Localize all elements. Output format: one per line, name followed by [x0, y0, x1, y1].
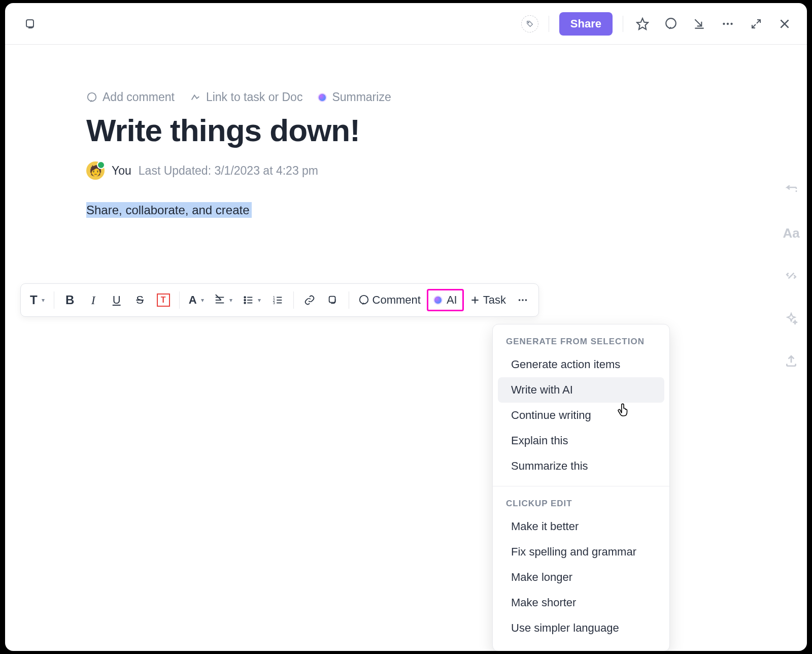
svg-point-28 [519, 299, 521, 301]
dropdown-item[interactable]: Use simpler language [498, 615, 664, 641]
link-task-action[interactable]: Link to task or Doc [190, 90, 302, 104]
svg-rect-24 [329, 297, 335, 303]
dropdown-item[interactable]: Explain this [498, 428, 664, 453]
link-task-label: Link to task or Doc [206, 90, 302, 104]
svg-point-3 [666, 18, 676, 28]
document-window: Share [5, 3, 807, 651]
subtask-icon[interactable] [21, 15, 40, 33]
toolbar-more-icon[interactable] [512, 288, 533, 312]
bold-button[interactable]: B [59, 288, 81, 312]
align-dropdown[interactable]: ▾ [210, 288, 236, 312]
dropdown-item[interactable]: Generate action items [498, 352, 664, 377]
svg-point-14 [244, 300, 246, 301]
author-row: 🧑 You Last Updated: 3/1/2023 at 4:23 pm [86, 161, 543, 180]
svg-marker-2 [637, 18, 648, 29]
tag-icon[interactable] [521, 15, 538, 32]
divider [349, 291, 349, 309]
summarize-label: Summarize [332, 90, 391, 104]
indent-icon[interactable] [783, 182, 800, 199]
summarize-action[interactable]: Summarize [318, 90, 391, 104]
numbered-list-button[interactable]: 123 [267, 288, 288, 312]
link-button[interactable] [299, 288, 320, 312]
document-content[interactable]: Share, collaborate, and create [86, 203, 543, 217]
content-area: Add comment Link to task or Doc Summariz… [5, 45, 543, 217]
divider [549, 16, 549, 32]
font-color-dropdown[interactable]: A▾ [185, 288, 208, 312]
upload-icon[interactable] [783, 352, 800, 370]
svg-point-12 [244, 297, 246, 298]
comment-bubble-icon[interactable] [662, 15, 680, 33]
task-button[interactable]: Task [466, 288, 510, 312]
divider [493, 486, 669, 486]
divider [54, 291, 54, 309]
ai-dot-icon [318, 93, 327, 102]
ai-dropdown-menu: GENERATE FROM SELECTION Generate action … [492, 324, 670, 651]
subtask-button[interactable] [322, 288, 344, 312]
right-rail: Aa [783, 182, 800, 370]
add-comment-label: Add comment [103, 90, 175, 104]
document-body: Add comment Link to task or Doc Summariz… [5, 45, 807, 651]
dropdown-item[interactable]: Fix spelling and grammar [498, 539, 664, 565]
share-button[interactable]: Share [559, 12, 613, 36]
add-comment-action[interactable]: Add comment [86, 90, 175, 104]
typography-icon[interactable]: Aa [783, 224, 800, 242]
swap-icon[interactable] [783, 267, 800, 284]
divider [623, 16, 623, 32]
sparkle-icon[interactable] [783, 310, 800, 327]
star-icon[interactable] [633, 15, 652, 33]
text-style-dropdown[interactable]: T▾ [26, 288, 49, 312]
dropdown-item[interactable]: Make longer [498, 565, 664, 590]
divider [179, 291, 180, 309]
formatting-toolbar: T▾ B I U S T A▾ ▾ ▾ 123 [20, 283, 539, 317]
doc-actions-row: Add comment Link to task or Doc Summariz… [86, 90, 543, 104]
svg-point-16 [244, 302, 246, 304]
bullet-list-dropdown[interactable]: ▾ [239, 288, 265, 312]
ai-dot-icon [433, 296, 443, 305]
underline-button[interactable]: U [106, 288, 127, 312]
comment-button[interactable]: Comment [354, 288, 425, 312]
expand-icon[interactable] [747, 15, 765, 33]
page-title[interactable]: Write things down! [86, 112, 543, 148]
header-bar: Share [5, 3, 807, 45]
download-icon[interactable] [690, 15, 708, 33]
selected-text: Share, collaborate, and create [86, 202, 252, 218]
svg-point-7 [88, 92, 96, 101]
dropdown-item[interactable]: Summarize this [498, 453, 664, 479]
highlight-color-button[interactable]: T [153, 288, 174, 312]
last-updated-label: Last Updated: 3/1/2023 at 4:23 pm [139, 164, 318, 178]
dropdown-item[interactable]: Make it better [498, 514, 664, 539]
italic-button[interactable]: I [83, 288, 104, 312]
more-menu-icon[interactable] [719, 15, 737, 33]
ai-button[interactable]: AI [427, 289, 464, 311]
close-icon[interactable] [775, 15, 794, 33]
svg-point-29 [522, 299, 524, 301]
dropdown-item[interactable]: Write with AI [498, 377, 664, 403]
dropdown-item[interactable]: Continue writing [498, 403, 664, 428]
dropdown-item[interactable]: Make shorter [498, 590, 664, 615]
author-name: You [112, 164, 131, 178]
svg-point-4 [723, 22, 725, 24]
svg-point-25 [359, 296, 368, 304]
svg-rect-0 [26, 20, 33, 27]
dropdown-section-header: CLICKUP EDIT [493, 494, 669, 514]
strikethrough-button[interactable]: S [129, 288, 151, 312]
avatar[interactable]: 🧑 [86, 161, 105, 180]
svg-point-30 [525, 299, 527, 301]
svg-text:3: 3 [273, 301, 275, 305]
dropdown-section-header: GENERATE FROM SELECTION [493, 332, 669, 352]
svg-point-6 [730, 22, 732, 24]
divider [293, 291, 294, 309]
svg-point-1 [528, 22, 529, 23]
svg-point-5 [727, 22, 729, 24]
